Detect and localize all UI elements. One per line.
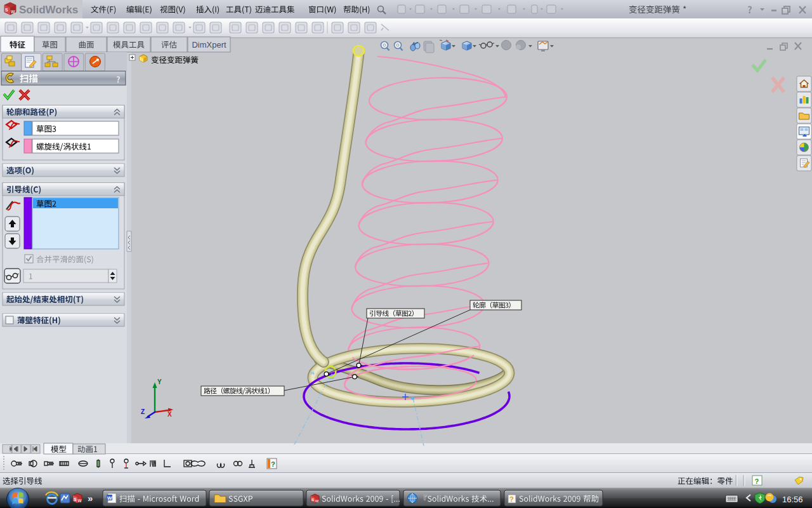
svg-text:»: »: [88, 493, 93, 504]
svg-text:S: S: [5, 8, 8, 12]
svg-text:SolidWorks: SolidWorks: [19, 4, 78, 16]
svg-text:?: ?: [271, 460, 275, 468]
svg-text:W: W: [78, 498, 82, 503]
svg-text:W: W: [315, 499, 319, 503]
svg-text:Z: Z: [141, 408, 145, 415]
svg-text:S: S: [311, 498, 314, 502]
svg-text:?: ?: [509, 495, 514, 503]
svg-text:S: S: [74, 497, 77, 502]
svg-text:Y: Y: [157, 378, 162, 385]
svg-text:DimXpert: DimXpert: [192, 40, 226, 50]
svg-text:W: W: [11, 10, 15, 14]
svg-text:X: X: [167, 411, 172, 418]
svg-text:16:56: 16:56: [782, 495, 803, 504]
svg-text:W: W: [107, 495, 112, 501]
svg-text:?: ?: [755, 478, 759, 485]
